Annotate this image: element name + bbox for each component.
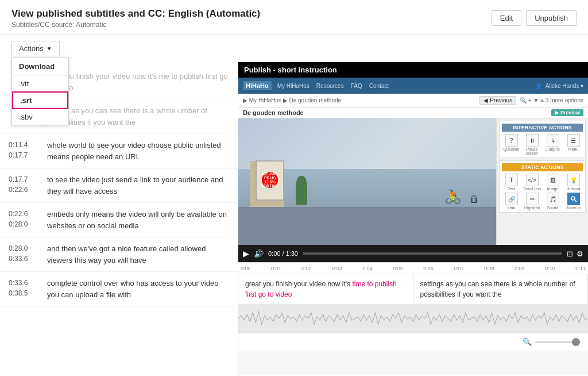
nav-faq[interactable]: FAQ (351, 83, 362, 89)
timeline-ruler: 0:00 0:01 0:02 0:03 0:04 0:05 0:06 0:07 … (238, 262, 588, 274)
zoom-bar: 🔍 (238, 333, 588, 350)
volume-button[interactable]: 🔊 (254, 249, 264, 258)
static-text[interactable]: T Text (502, 174, 521, 191)
title-actions: ◀ Previous 🔍 + ▼ ≡ 3 more options (479, 96, 583, 105)
static-image[interactable]: 🖼 Image (543, 174, 562, 191)
static-link[interactable]: 🔗 Link (502, 193, 521, 210)
mark-10: 0:10 (545, 266, 555, 271)
zoom-icons: 🔍 + ▼ ≡ 3 more options (520, 97, 583, 103)
preview-btn[interactable]: ▶ Preview (551, 109, 583, 116)
hiha-logo: HiHaHo (243, 81, 272, 90)
subtitle-segment-left: great you finish your video now it's tim… (238, 274, 413, 304)
page-title: View published subtitles and CC: English… (11, 8, 260, 20)
subtitle-row-0[interactable]: 0:11.4 0:17.7 whole world to see your vi… (0, 134, 238, 168)
download-vtt[interactable]: .vtt (12, 76, 68, 91)
action-pause[interactable]: ⏸ Pause screen (523, 134, 541, 155)
zoom-slider[interactable] (535, 341, 581, 343)
subtitle-text-4: complete control over who has access to … (47, 278, 229, 300)
time-col: 0:22.6 0:28.0 (9, 209, 40, 231)
video-controls: ▶ 🔊 0:00 / 1:30 ⊡ ⚙ (238, 245, 588, 262)
settings-icon[interactable]: ⚙ (577, 250, 583, 258)
sign-circle: NIEUWE PRIJS 17.5% KORTING (262, 172, 278, 188)
subtitle-row-3[interactable]: 0:28.0 0:33.6 and then we've got a nice … (0, 237, 238, 272)
video-nav-bar: HiHaHo My HiHaHos Resources FAQ Contact … (238, 78, 588, 94)
video-inner-title: De gouden methode (243, 109, 304, 116)
mark-4: 0:04 (362, 266, 373, 271)
waveform-bar: // generated inline (238, 304, 588, 333)
back-button[interactable]: ◀ Previous (479, 96, 516, 105)
zoom-thumb[interactable] (572, 338, 580, 346)
waveform-svg: // generated inline (238, 304, 588, 333)
static-sound[interactable]: 🎵 Sound (543, 193, 562, 210)
ruler-marks: 0:00 0:01 0:02 0:03 0:04 0:05 0:06 0:07 … (241, 266, 586, 271)
action-jump[interactable]: ↳ Jump to (543, 134, 562, 155)
subtitle-highlight: time to publish first go to video (245, 280, 397, 298)
subtitle-text-2: embeds only means the video will only be… (47, 209, 229, 231)
text-col: reat you finish your video now it's me t… (47, 71, 229, 93)
action-menu[interactable]: ☰ Menu (564, 134, 583, 155)
svg-point-0 (571, 197, 575, 200)
static-zoom[interactable]: Zoom in (564, 193, 583, 210)
header-actions: Edit Unpublish (492, 10, 577, 26)
main-content: reat you finish your video now it's me t… (0, 62, 588, 375)
svg-line-1 (575, 200, 577, 202)
text-col: ettings as you can see there is a whole … (47, 105, 229, 128)
subtitle-text-0: whole world to see your video choose pub… (47, 140, 229, 162)
sign-board: NIEUWE PRIJS 17.5% KORTING (256, 160, 284, 201)
static-hotspot[interactable]: 💡 Hotspot (564, 174, 583, 191)
play-button[interactable]: ▶ (243, 249, 249, 258)
time-col: 0:11.4 0:17.7 (9, 140, 40, 162)
mark-9: 0:09 (514, 266, 525, 271)
subtitle-segment-right: settings as you can see there is a whole… (413, 274, 589, 304)
actions-button[interactable]: Actions ▼ (11, 41, 60, 56)
interactive-icon-grid: ? Question ⏸ Pause screen ↳ Jump to ☰ (502, 134, 583, 155)
video-scene: NIEUWE PRIJS 17.5% KORTING 🚴 🗑 (238, 118, 496, 245)
static-icon-grid: T Text </> Scroll text 🖼 Image 💡 (502, 174, 583, 210)
subtitle-row-2[interactable]: 0:22.6 0:28.0 embeds only means the vide… (0, 203, 238, 237)
nav-contact[interactable]: Contact (369, 83, 389, 89)
mark-0: 0:00 (241, 266, 251, 271)
video-title-overlay: Publish - short instruction (238, 62, 588, 78)
static-actions-section: STATIC ACTIONS T Text </> Scroll text 🖼 (499, 160, 586, 213)
video-scene-area: NIEUWE PRIJS 17.5% KORTING 🚴 🗑 (238, 118, 496, 245)
nav-my-hihahos[interactable]: My HiHaHos (277, 83, 310, 89)
mark-6: 0:06 (423, 266, 434, 271)
top-right-nav: 👤 Alicke Hands ▾ (535, 83, 583, 89)
user-icon: 👤 (535, 83, 542, 89)
subtitle-source: Subtitles/CC source: Automatic (11, 21, 260, 29)
time-display: 0:00 / 1:30 (268, 250, 298, 257)
unpublish-button[interactable]: Unpublish (526, 10, 577, 26)
action-question[interactable]: ? Question (502, 134, 521, 155)
tree (296, 176, 307, 205)
username: Alicke Hands ▾ (546, 83, 583, 89)
subtitles-icon[interactable]: ⊡ (567, 250, 573, 258)
video-panel: Publish - short instruction HiHaHo My Hi… (238, 62, 588, 375)
actions-dropdown: Download .vtt .srt .sbv (11, 57, 69, 125)
download-srt[interactable]: .srt (12, 91, 68, 109)
static-scroll[interactable]: </> Scroll text (523, 174, 541, 191)
chevron-down-icon: ▼ (47, 45, 52, 52)
progress-bar[interactable] (303, 252, 562, 255)
cyclist-icon: 🚴 (444, 189, 462, 205)
interactive-actions-section: INTERACTIVE ACTIONS ? Question ⏸ Pause s… (499, 121, 586, 158)
time-col: 0:28.0 0:33.6 (9, 243, 40, 266)
subtitle-row-4[interactable]: 0:33.6 0:38.5 complete control over who … (0, 272, 238, 306)
mark-11: 0:11 (575, 266, 586, 271)
static-highlight[interactable]: ✏ Highlight (523, 193, 541, 210)
static-actions-title: STATIC ACTIONS (502, 163, 583, 171)
subtitle-text-1: to see the video just send a link to you… (47, 174, 229, 197)
zoom-in-icon (567, 193, 580, 205)
mark-1: 0:01 (271, 266, 281, 271)
header-left: View published subtitles and CC: English… (11, 8, 260, 29)
zoom-out-icon: 🔍 (523, 337, 532, 346)
video-body: NIEUWE PRIJS 17.5% KORTING 🚴 🗑 INTERACTI… (238, 118, 588, 245)
interactive-panel: INTERACTIVE ACTIONS ? Question ⏸ Pause s… (496, 118, 588, 245)
subtitle-row-1[interactable]: 0:17.7 0:22.6 to see the video just send… (0, 168, 238, 203)
nav-resources[interactable]: Resources (316, 83, 344, 89)
top-nav: My HiHaHos Resources FAQ Contact (277, 83, 389, 89)
edit-button[interactable]: Edit (492, 10, 521, 26)
download-sbv[interactable]: .sbv (12, 109, 68, 125)
inner-title-bar: ▶ My HiHaHos ▶ De gouden methode ◀ Previ… (238, 94, 588, 108)
mark-5: 0:05 (393, 266, 403, 271)
video-sub-title-bar: De gouden methode ▶ Preview (238, 108, 588, 118)
